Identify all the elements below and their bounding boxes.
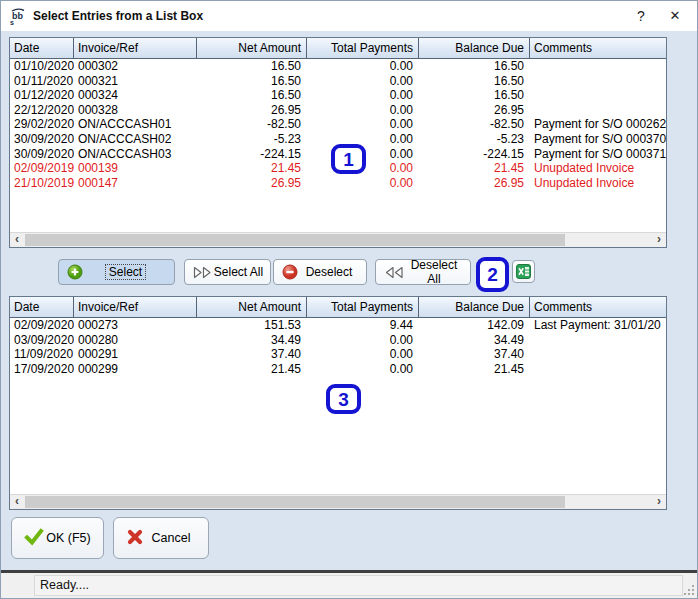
table-row[interactable]: 11/09/202000029137.400.0037.40 — [10, 347, 666, 362]
column-header-net-amount: Net Amount — [197, 38, 307, 58]
cell-date: 22/12/2020 — [10, 103, 74, 118]
deselect-button-label: Deselect — [298, 265, 366, 279]
cell-balance: 16.50 — [419, 59, 530, 74]
cell-balance: 34.49 — [419, 333, 530, 348]
double-chevron-left-icon — [384, 266, 404, 279]
cell-comments: Payment for S/O 000371 — [530, 147, 666, 162]
cell-ref: 000299 — [74, 362, 197, 377]
horizontal-scrollbar[interactable]: ‹ › — [10, 494, 666, 509]
double-chevron-right-icon — [193, 266, 213, 279]
select-all-button[interactable]: Select All — [184, 259, 271, 285]
scrollbar-thumb[interactable] — [25, 496, 565, 508]
cell-net: 151.53 — [197, 318, 307, 333]
cell-payments: 0.00 — [307, 88, 419, 103]
cell-date: 02/09/2019 — [10, 161, 74, 176]
cell-comments — [530, 103, 666, 118]
table-row[interactable]: 02/09/2020000273151.539.44142.09Last Pay… — [10, 318, 666, 333]
cell-ref: 000328 — [74, 103, 197, 118]
ok-button[interactable]: OK (F5) — [11, 517, 104, 559]
table-row[interactable]: 22/12/202000032826.950.0026.95 — [10, 103, 666, 118]
cell-balance: -224.15 — [419, 147, 530, 162]
excel-icon — [516, 264, 531, 279]
titlebar: bb s Select Entries from a List Box ? ✕ — [1, 1, 697, 31]
table-row[interactable]: 01/12/202000032416.500.0016.50 — [10, 88, 666, 103]
table-row[interactable]: 17/09/202000029921.450.0021.45 — [10, 362, 666, 377]
cell-ref: 000324 — [74, 88, 197, 103]
cell-comments: Unupdated Invoice — [530, 161, 666, 176]
cell-comments: Payment for S/O 000370 — [530, 132, 666, 147]
status-message: Ready.... — [34, 575, 683, 596]
cell-date: 11/09/2020 — [10, 347, 74, 362]
column-header-total-payments: Total Payments — [307, 297, 419, 317]
cell-payments: 9.44 — [307, 318, 419, 333]
cell-ref: 000321 — [74, 74, 197, 89]
app-icon: bb s — [9, 7, 27, 25]
cell-date: 17/09/2020 — [10, 362, 74, 377]
cell-balance: 26.95 — [419, 103, 530, 118]
horizontal-scrollbar[interactable]: ‹ › — [10, 232, 666, 247]
deselect-button[interactable]: Deselect — [273, 259, 367, 285]
table-row[interactable]: 03/09/202000028034.490.0034.49 — [10, 333, 666, 348]
cell-date: 01/12/2020 — [10, 88, 74, 103]
cell-payments: 0.00 — [307, 59, 419, 74]
cell-ref: 000139 — [74, 161, 197, 176]
cell-ref: 000147 — [74, 176, 197, 191]
cell-comments: Unupdated Invoice — [530, 176, 666, 191]
cell-date: 29/02/2020 — [10, 117, 74, 132]
scroll-left-arrow-icon[interactable]: ‹ — [10, 233, 24, 247]
cell-net: -82.50 — [197, 117, 307, 132]
cell-comments — [530, 59, 666, 74]
deselect-all-button[interactable]: Deselect All — [375, 259, 471, 285]
scroll-left-arrow-icon[interactable]: ‹ — [10, 495, 24, 509]
cell-net: 26.95 — [197, 103, 307, 118]
column-header-net-amount: Net Amount — [197, 297, 307, 317]
column-header-balance-due: Balance Due — [419, 297, 530, 317]
export-excel-button[interactable] — [512, 260, 535, 283]
table-row[interactable]: 01/11/202000032116.500.0016.50 — [10, 74, 666, 89]
column-header-invoice-ref: Invoice/Ref — [74, 38, 197, 58]
cell-payments: 0.00 — [307, 333, 419, 348]
column-header-comments: Comments — [530, 297, 666, 317]
column-header-date: Date — [10, 297, 74, 317]
red-cross-icon — [126, 528, 144, 549]
cell-balance: -82.50 — [419, 117, 530, 132]
cell-date: 30/09/2020 — [10, 147, 74, 162]
select-button[interactable]: Select — [58, 259, 175, 285]
deselect-all-button-label: Deselect All — [404, 258, 470, 286]
cell-ref: 000273 — [74, 318, 197, 333]
cell-net: -224.15 — [197, 147, 307, 162]
table-header-row: Date Invoice/Ref Net Amount Total Paymen… — [10, 297, 666, 318]
table-header-row: Date Invoice/Ref Net Amount Total Paymen… — [10, 38, 666, 59]
table-row[interactable]: 29/02/2020ON/ACCCASH01-82.500.00-82.50Pa… — [10, 117, 666, 132]
cell-comments — [530, 333, 666, 348]
cell-comments — [530, 347, 666, 362]
help-button[interactable]: ? — [629, 5, 653, 27]
cell-balance: 142.09 — [419, 318, 530, 333]
cell-payments: 0.00 — [307, 103, 419, 118]
scroll-right-arrow-icon[interactable]: › — [652, 495, 666, 509]
cell-date: 01/10/2020 — [10, 59, 74, 74]
cancel-button[interactable]: Cancel — [113, 517, 209, 559]
close-button[interactable]: ✕ — [663, 5, 687, 27]
available-entries-table: Date Invoice/Ref Net Amount Total Paymen… — [9, 37, 667, 248]
table-row[interactable]: 01/10/202000030216.500.0016.50 — [10, 59, 666, 74]
cell-ref: ON/ACCCASH02 — [74, 132, 197, 147]
cell-ref: ON/ACCCASH03 — [74, 147, 197, 162]
cell-ref: 000302 — [74, 59, 197, 74]
cell-net: 16.50 — [197, 59, 307, 74]
scrollbar-thumb[interactable] — [25, 234, 565, 246]
cell-net: 16.50 — [197, 88, 307, 103]
cell-net: 21.45 — [197, 161, 307, 176]
cancel-button-label: Cancel — [144, 531, 208, 545]
ok-button-label: OK (F5) — [44, 531, 103, 545]
cell-date: 30/09/2020 — [10, 132, 74, 147]
cell-balance: 21.45 — [419, 161, 530, 176]
minus-circle-icon — [282, 264, 298, 280]
cell-payments: 0.00 — [307, 362, 419, 377]
cell-balance: -5.23 — [419, 132, 530, 147]
resize-grip[interactable] — [683, 584, 695, 596]
column-header-comments: Comments — [530, 38, 666, 58]
column-header-balance-due: Balance Due — [419, 38, 530, 58]
table-row[interactable]: 21/10/201900014726.950.0026.95Unupdated … — [10, 176, 666, 191]
scroll-right-arrow-icon[interactable]: › — [652, 233, 666, 247]
